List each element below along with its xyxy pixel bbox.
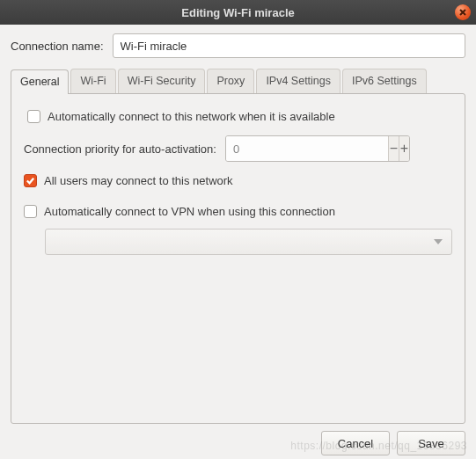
connection-name-input[interactable] <box>113 33 465 58</box>
checkmark-icon <box>26 176 35 186</box>
tab-strip: General Wi-Fi Wi-Fi Security Proxy IPv4 … <box>11 69 465 93</box>
tab-ipv6[interactable]: IPv6 Settings <box>342 69 427 93</box>
save-button[interactable]: Save <box>397 431 465 455</box>
priority-decrement-button[interactable]: − <box>388 136 399 161</box>
all-users-checkbox[interactable] <box>24 174 37 187</box>
dialog-footer: Cancel Save <box>11 431 465 455</box>
tab-wifi-security[interactable]: Wi-Fi Security <box>118 69 206 93</box>
auto-connect-row: Automatically connect to this network wh… <box>27 110 452 123</box>
priority-increment-button[interactable]: + <box>399 136 409 161</box>
minus-icon: − <box>390 141 398 157</box>
priority-input[interactable] <box>226 136 388 161</box>
cancel-button[interactable]: Cancel <box>321 431 390 455</box>
auto-vpn-label: Automatically connect to VPN when using … <box>44 205 335 218</box>
auto-vpn-row: Automatically connect to VPN when using … <box>24 205 452 218</box>
auto-connect-label: Automatically connect to this network wh… <box>48 110 335 123</box>
window-title: Editing Wi-Fi miracle <box>181 6 294 19</box>
vpn-select[interactable] <box>45 229 452 255</box>
tab-wifi[interactable]: Wi-Fi <box>70 69 115 93</box>
window-content: Connection name: General Wi-Fi Wi-Fi Sec… <box>0 25 476 459</box>
tab-ipv4[interactable]: IPv4 Settings <box>256 69 341 93</box>
titlebar: Editing Wi-Fi miracle <box>0 0 476 25</box>
connection-name-row: Connection name: <box>11 33 465 58</box>
close-icon <box>459 9 466 16</box>
vpn-select-row <box>45 229 452 255</box>
chevron-down-icon <box>434 239 443 244</box>
priority-label: Connection priority for auto-activation: <box>24 142 216 156</box>
auto-vpn-checkbox[interactable] <box>24 205 37 218</box>
tab-panel-general: Automatically connect to this network wh… <box>11 93 465 424</box>
all-users-row: All users may connect to this network <box>24 174 452 187</box>
all-users-label: All users may connect to this network <box>44 174 233 187</box>
window-close-button[interactable] <box>455 4 471 20</box>
plus-icon: + <box>400 141 408 157</box>
priority-spinner: − + <box>225 135 410 162</box>
priority-row: Connection priority for auto-activation:… <box>24 135 452 162</box>
auto-connect-checkbox[interactable] <box>27 110 40 123</box>
connection-name-label: Connection name: <box>11 40 104 53</box>
tab-proxy[interactable]: Proxy <box>207 69 254 93</box>
tab-general[interactable]: General <box>11 69 69 94</box>
